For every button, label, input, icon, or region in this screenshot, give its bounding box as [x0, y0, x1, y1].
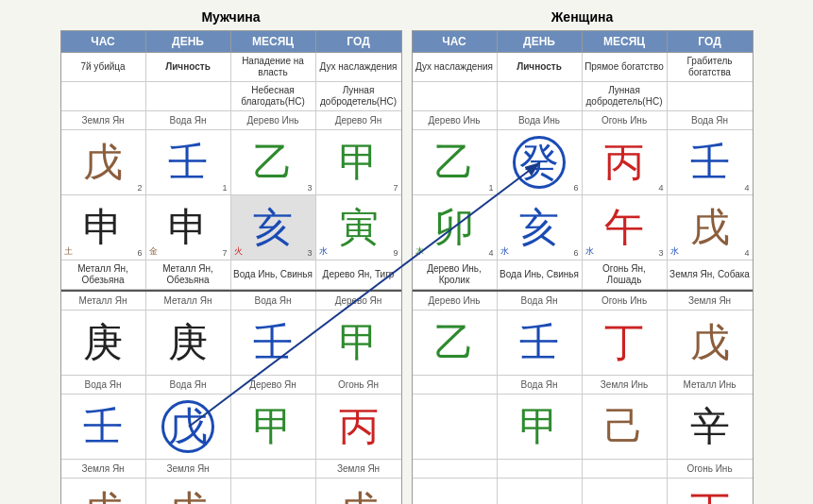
- male-bot4elem-0: Земля Ян: [61, 460, 146, 478]
- male-bottom-chars: 土 6 申 金 7 申 火 3 亥 水 9 寅: [61, 195, 401, 260]
- female-bot4-element-row: Огонь Инь: [413, 460, 753, 479]
- male-elem1-3: Дерево Ян: [316, 111, 401, 129]
- male-bot3char-1: 戊: [146, 395, 231, 459]
- main-container: Мужчина ЧАС ДЕНЬ МЕСЯЦ ГОД 7й убийца Лич…: [60, 9, 754, 504]
- male-bot4-element-row: Земля Ян Земля Ян Земля Ян: [61, 460, 401, 479]
- female-bot3char-3: 辛: [668, 395, 753, 459]
- female-topchar-1: 6 癸: [498, 130, 583, 194]
- male-botchar-1: 金 7 申: [146, 195, 231, 260]
- female-bot2char-0: 乙: [413, 311, 498, 375]
- male-bot4elem-1: Земля Ян: [146, 460, 231, 478]
- female-botlabel-2: Огонь Ян, Лошадь: [583, 260, 668, 289]
- male-bot4char-2: [231, 479, 316, 504]
- female-bot2char-3: 戊: [668, 311, 753, 375]
- female-info-row1: Дух наслаждения Личность Прямое богатств…: [413, 53, 753, 82]
- female-elem1-0: Дерево Инь: [413, 111, 498, 129]
- female-bottom-chars: 木 4 卯 水 6 亥 水 3 午 水 4 戌: [413, 195, 753, 260]
- female-header-3: ГОД: [668, 31, 753, 52]
- male-bot4elem-2: [231, 460, 316, 478]
- male-grid: ЧАС ДЕНЬ МЕСЯЦ ГОД 7й убийца Личность На…: [60, 30, 402, 504]
- female-bot3char-2: 己: [583, 395, 668, 459]
- female-grid: ЧАС ДЕНЬ МЕСЯЦ ГОД Дух наслаждения Лично…: [412, 30, 754, 504]
- female-info2-3: [668, 82, 753, 110]
- male-botchar-3: 水 9 寅: [316, 195, 401, 260]
- male-topchar-2: 3 乙: [231, 130, 316, 194]
- male-header-0: ЧАС: [61, 31, 146, 52]
- male-info1-2: Нападение на власть: [231, 53, 316, 81]
- female-botlabel-0: Дерево Инь, Кролик: [413, 260, 498, 289]
- male-bot2char-3: 甲: [316, 311, 401, 375]
- male-header-3: ГОД: [316, 31, 401, 52]
- male-top-chars: 2 戊 1 壬 3 乙 7 甲: [61, 130, 401, 195]
- female-bot4char-1: [498, 479, 583, 504]
- female-circled-char: 癸: [513, 136, 566, 189]
- male-title: Мужчина: [201, 9, 260, 25]
- female-botchar-2: 水 3 午: [583, 195, 668, 260]
- male-elem1-1: Вода Ян: [146, 111, 231, 129]
- male-info1-0: 7й убийца: [61, 53, 146, 81]
- male-topchar-1: 1 壬: [146, 130, 231, 194]
- female-botlabel-1: Вода Инь, Свинья: [498, 260, 583, 289]
- male-bot4char-3: 戊: [316, 479, 401, 504]
- female-bot4elem-2: [583, 460, 668, 478]
- female-header-1: ДЕНЬ: [498, 31, 583, 52]
- female-info1-0: Дух наслаждения: [413, 53, 498, 81]
- female-bot2-element-row: Дерево Инь Вода Ян Огонь Инь Земля Ян: [413, 292, 753, 311]
- male-bot3elem-0: Вода Ян: [61, 376, 146, 394]
- female-bot3-chars: 甲 己 辛: [413, 395, 753, 460]
- male-section: Мужчина ЧАС ДЕНЬ МЕСЯЦ ГОД 7й убийца Лич…: [60, 9, 402, 504]
- female-bot2-chars: 乙 壬 丁 戊: [413, 311, 753, 376]
- male-bot2elem-0: Металл Ян: [61, 292, 146, 310]
- male-bot4-chars: 戊 戊 戊: [61, 479, 401, 504]
- male-botlabel-3: Дерево Ян, Тигр: [316, 260, 401, 289]
- female-bot-label-row: Дерево Инь, Кролик Вода Инь, Свинья Огон…: [413, 260, 753, 290]
- female-section: Женщина ЧАС ДЕНЬ МЕСЯЦ ГОД Дух наслажден…: [412, 9, 754, 504]
- male-info-row1: 7й убийца Личность Нападение на власть Д…: [61, 53, 401, 82]
- male-info2-1: [146, 82, 231, 110]
- female-topchar-2: 4 丙: [583, 130, 668, 194]
- female-bot4elem-0: [413, 460, 498, 478]
- male-info2-3: Лунная добродетель(НС): [316, 82, 401, 110]
- female-info2-0: [413, 82, 498, 110]
- male-header-row: ЧАС ДЕНЬ МЕСЯЦ ГОД: [61, 31, 401, 53]
- female-bot4elem-1: [498, 460, 583, 478]
- male-elem1-2: Дерево Инь: [231, 111, 316, 129]
- male-topchar-0: 2 戊: [61, 130, 146, 194]
- female-info1-1: Личность: [498, 53, 583, 81]
- female-bot4char-3: 丁: [668, 479, 753, 504]
- male-circled-char: 戊: [161, 400, 214, 453]
- female-info1-3: Грабитель богатства: [668, 53, 753, 81]
- male-botlabel-0: Металл Ян, Обезьяна: [61, 260, 146, 289]
- male-botchar-2: 火 3 亥: [231, 195, 316, 260]
- male-info1-3: Дух наслаждения: [316, 53, 401, 81]
- male-topchar-3: 7 甲: [316, 130, 401, 194]
- male-bot2-chars: 庚 庚 壬 甲: [61, 311, 401, 376]
- female-bot4char-2: [583, 479, 668, 504]
- male-element-row1: Земля Ян Вода Ян Дерево Инь Дерево Ян: [61, 111, 401, 130]
- male-botlabel-1: Металл Ян, Обезьяна: [146, 260, 231, 289]
- female-top-chars: 1 乙 6 癸 4 丙 4 壬: [413, 130, 753, 195]
- female-element-row1: Дерево Инь Вода Инь Огонь Инь Вода Ян: [413, 111, 753, 130]
- female-botlabel-3: Земля Ян, Собака: [668, 260, 753, 289]
- female-header-0: ЧАС: [413, 31, 498, 52]
- male-botchar-0: 土 6 申: [61, 195, 146, 260]
- male-bot2elem-1: Металл Ян: [146, 292, 231, 310]
- male-bot4char-0: 戊: [61, 479, 146, 504]
- female-bot4elem-3: Огонь Инь: [668, 460, 753, 478]
- male-bot2char-2: 壬: [231, 311, 316, 375]
- male-bot2elem-2: Вода Ян: [231, 292, 316, 310]
- male-info2-2: Небесная благодать(НС): [231, 82, 316, 110]
- male-header-2: МЕСЯЦ: [231, 31, 316, 52]
- male-bot2-element-row: Металл Ян Металл Ян Вода Ян Дерево Ян: [61, 292, 401, 311]
- female-elem1-3: Вода Ян: [668, 111, 753, 129]
- male-bot3char-0: 壬: [61, 395, 146, 459]
- male-bot3elem-1: Вода Ян: [146, 376, 231, 394]
- male-bot3-element-row: Вода Ян Вода Ян Дерево Ян Огонь Ян: [61, 376, 401, 395]
- male-botlabel-2: Вода Инь, Свинья: [231, 260, 316, 289]
- female-elem1-1: Вода Инь: [498, 111, 583, 129]
- male-info-row2: Небесная благодать(НС) Лунная добродетел…: [61, 82, 401, 111]
- female-bot4char-0: [413, 479, 498, 504]
- female-bot3elem-2: Земля Инь: [583, 376, 668, 394]
- female-bot2char-1: 壬: [498, 311, 583, 375]
- female-bot3elem-0: [413, 376, 498, 394]
